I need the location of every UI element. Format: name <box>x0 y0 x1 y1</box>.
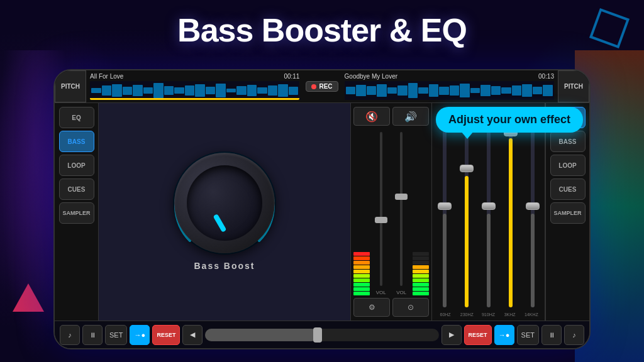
volume-up-btn[interactable]: 🔊 <box>392 107 429 126</box>
top-bar: PITCH All For Love 00:11 <box>55 70 589 103</box>
waveform-bar <box>257 87 267 94</box>
fader-handle-left[interactable] <box>375 217 387 223</box>
page-title: Bass Booster & EQ <box>0 11 644 49</box>
main-content: EQ BASS LOOP CUES SAMPLER <box>55 103 589 321</box>
waveform-bar <box>450 85 460 96</box>
eq-fader-910hz[interactable] <box>479 117 498 310</box>
vol-label-left: VOL <box>376 290 386 295</box>
vu-seg <box>353 265 370 269</box>
pause-btn-left[interactable]: ⏸ <box>82 325 103 345</box>
eq-faders <box>435 117 542 310</box>
waveform-bar <box>533 87 543 94</box>
bass-btn-right[interactable]: BASS <box>550 131 586 152</box>
vu-seg <box>413 261 429 265</box>
vol-label-right: VOL <box>396 290 406 295</box>
waveform-bar <box>174 87 184 93</box>
eq-labels: 60HZ 230HZ 910HZ 3KHZ 14KHZ <box>435 312 542 317</box>
eq-fader-handle-230hz[interactable] <box>460 165 474 172</box>
track2-waveform <box>345 81 554 100</box>
waveform-bar <box>470 88 480 93</box>
reset-btn-left[interactable]: RESET <box>152 325 180 345</box>
eq-fader-handle-14khz[interactable] <box>526 202 540 210</box>
waveform-bar <box>289 87 299 95</box>
bass-boost-label: Bass Boost <box>194 261 255 271</box>
next-btn[interactable]: ▶ <box>441 325 462 345</box>
arrow-btn-left[interactable]: →● <box>130 325 150 345</box>
bass-knob-container[interactable] <box>174 153 275 253</box>
mixer-settings-btn[interactable]: ⚙ <box>353 298 390 317</box>
pause-btn-right[interactable]: ⏸ <box>541 325 562 345</box>
eq-fader-handle-910hz[interactable] <box>482 202 496 210</box>
fader-handle-right[interactable] <box>395 194 408 200</box>
phone-frame: PITCH All For Love 00:11 <box>53 69 591 349</box>
waveform-bar <box>491 86 501 95</box>
waveform-bar <box>206 87 216 94</box>
vu-seg <box>413 270 429 273</box>
eq-label-230hz: 230HZ <box>459 312 474 317</box>
eq-fader-230hz[interactable] <box>457 117 476 310</box>
prev-btn[interactable]: ◀ <box>182 325 203 345</box>
vu-seg <box>353 261 370 265</box>
fader-track-left <box>380 132 382 286</box>
rec-dot <box>311 84 316 89</box>
loop-btn-right[interactable]: LOOP <box>550 155 586 176</box>
pitch-btn-left[interactable]: PITCH <box>55 70 86 102</box>
set-btn-right[interactable]: SET <box>517 325 539 345</box>
waveform-bar <box>397 85 408 96</box>
track1-waveform <box>90 81 299 100</box>
tooltip-text: Adjust your own effect <box>448 113 570 126</box>
music-icon-left[interactable]: ♪ <box>60 325 80 345</box>
waveform-bar <box>346 87 356 94</box>
eq-fader-handle-60hz[interactable] <box>438 202 452 210</box>
cues-btn-left[interactable]: CUES <box>59 178 94 200</box>
track2-time: 00:13 <box>538 73 554 80</box>
volume-down-btn[interactable]: 🔇 <box>353 107 390 126</box>
waveform-bar <box>356 85 366 96</box>
vol-fader-right[interactable]: VOL <box>392 129 411 295</box>
bottom-bar: ♪ ⏸ SET →● RESET ◀ ▶ RESET →● SET ⏸ ♪ <box>55 321 589 348</box>
waveform-bar <box>377 84 387 97</box>
loop-btn-left[interactable]: LOOP <box>59 155 94 176</box>
eq-panel: 0 7 0 10 0 <box>432 103 545 321</box>
waveform-bar <box>185 85 195 96</box>
reset-btn-right[interactable]: RESET <box>464 325 492 345</box>
mixer-record-btn[interactable]: ⊙ <box>392 298 429 317</box>
track2-section: Goodbye My Lover 00:13 <box>341 70 558 102</box>
progress-bar[interactable] <box>205 329 438 341</box>
vu-seg <box>353 270 370 273</box>
arrow-btn-right[interactable]: →● <box>494 325 514 345</box>
bass-btn-left[interactable]: BASS <box>59 131 94 152</box>
vu-seg <box>413 265 429 269</box>
vu-seg <box>353 287 370 291</box>
eq-btn-left[interactable]: EQ <box>59 107 94 128</box>
sampler-btn-left[interactable]: SAMPLER <box>59 202 94 224</box>
track2-name: Goodbye My Lover <box>345 73 398 80</box>
vu-seg <box>413 278 429 282</box>
progress-handle[interactable] <box>313 327 322 343</box>
waveform-bar <box>216 84 226 97</box>
vol-fader-left[interactable]: VOL <box>372 129 391 295</box>
waveform-bar <box>543 85 553 96</box>
vu-seg <box>353 283 370 287</box>
sampler-btn-right[interactable]: SAMPLER <box>550 202 586 224</box>
vu-seg <box>413 274 429 278</box>
vu-seg <box>353 292 370 295</box>
track1-info: All For Love 00:11 <box>90 73 299 80</box>
knob-outer[interactable] <box>174 153 275 253</box>
waveform-bar <box>226 89 236 93</box>
cues-btn-right[interactable]: CUES <box>550 178 586 200</box>
eq-fader-60hz[interactable] <box>435 117 454 310</box>
waveform-bar <box>143 87 153 94</box>
mixer-content: VOL VOL <box>353 129 429 295</box>
set-btn-left[interactable]: SET <box>105 325 127 345</box>
eq-fader-3khz[interactable] <box>501 117 520 310</box>
waveform-bar <box>247 85 257 96</box>
eq-fader-track-910hz <box>487 119 491 307</box>
waveform-bar <box>236 86 247 95</box>
eq-fader-14khz[interactable] <box>523 117 542 310</box>
eq-fader-fill-14khz <box>531 214 535 308</box>
pitch-btn-right[interactable]: PITCH <box>558 70 589 102</box>
music-icon-right[interactable]: ♪ <box>564 325 584 345</box>
vu-seg <box>353 252 370 256</box>
rec-button[interactable]: REC <box>306 81 338 92</box>
